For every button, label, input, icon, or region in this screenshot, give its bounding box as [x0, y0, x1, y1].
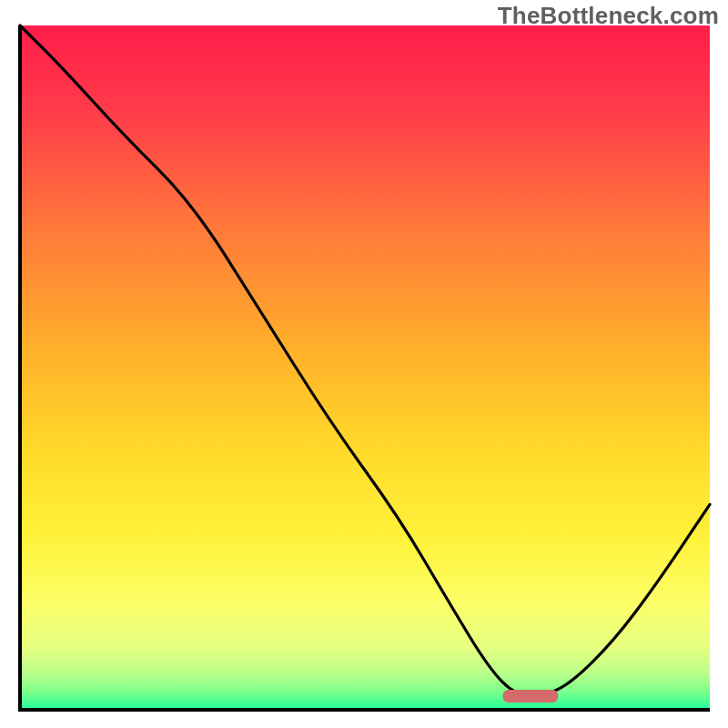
watermark-text: TheBottleneck.com: [498, 2, 719, 30]
chart-container: TheBottleneck.com: [0, 0, 728, 728]
gradient-background: [20, 25, 710, 708]
optimal-marker: [503, 690, 559, 703]
chart-svg: [0, 0, 728, 728]
